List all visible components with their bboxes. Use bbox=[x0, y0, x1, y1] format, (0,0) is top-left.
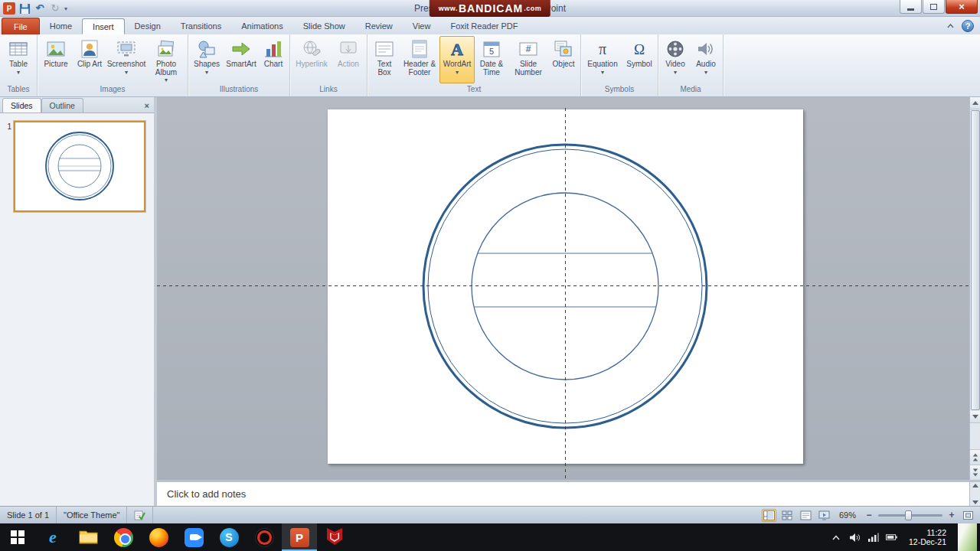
notes-scroll-up-icon[interactable] bbox=[972, 484, 978, 487]
undo-icon[interactable]: ↶ bbox=[34, 2, 46, 15]
table-icon bbox=[8, 39, 28, 60]
taskbar-skype[interactable]: S bbox=[211, 523, 247, 551]
tab-animations[interactable]: Animations bbox=[231, 18, 292, 34]
zoom-app-icon bbox=[185, 528, 204, 547]
notes-placeholder[interactable]: Click to add notes bbox=[157, 488, 246, 500]
scroll-down-icon[interactable] bbox=[970, 411, 980, 423]
start-button[interactable] bbox=[0, 523, 35, 551]
picture-button[interactable]: Picture bbox=[39, 36, 73, 83]
close-button[interactable]: × bbox=[946, 0, 978, 14]
header-footer-button[interactable]: Header & Footer bbox=[400, 36, 439, 83]
audio-button[interactable]: Audio ▾ bbox=[691, 36, 721, 83]
photo-album-button[interactable]: Photo Album ▾ bbox=[146, 36, 186, 83]
video-button[interactable]: Video ▾ bbox=[660, 36, 691, 83]
volume-icon[interactable] bbox=[849, 532, 861, 543]
taskbar-powerpoint[interactable]: P bbox=[282, 523, 317, 551]
tab-insert[interactable]: Insert bbox=[82, 18, 125, 34]
slide-sorter-view-button[interactable] bbox=[780, 509, 795, 522]
zoom-out-button[interactable]: − bbox=[864, 510, 874, 520]
show-desktop-wallpaper-edge[interactable] bbox=[958, 523, 977, 551]
vertical-scrollbar[interactable] bbox=[969, 97, 980, 480]
close-icon: × bbox=[959, 1, 965, 12]
battery-icon[interactable] bbox=[886, 532, 897, 543]
help-icon[interactable]: ? bbox=[962, 20, 974, 32]
save-icon[interactable] bbox=[18, 2, 31, 15]
vertical-guide[interactable] bbox=[565, 108, 566, 480]
taskbar-clock[interactable]: 11:22 12-Dec-21 bbox=[904, 528, 951, 546]
screenshot-button[interactable]: Screenshot ▾ bbox=[106, 36, 146, 83]
chart-button[interactable]: Chart bbox=[259, 36, 288, 83]
taskbar-file-explorer[interactable] bbox=[70, 523, 106, 551]
wordart-icon: A bbox=[447, 39, 467, 60]
hidden-icons-chevron-icon[interactable] bbox=[831, 532, 842, 543]
notes-scroll-down-icon[interactable] bbox=[972, 500, 978, 504]
reading-view-button[interactable] bbox=[799, 509, 813, 522]
minimize-ribbon-icon[interactable] bbox=[944, 20, 957, 32]
tab-review[interactable]: Review bbox=[355, 18, 403, 34]
slide-thumbnail[interactable] bbox=[14, 121, 145, 212]
maximize-icon bbox=[930, 4, 937, 10]
fit-to-window-button[interactable] bbox=[961, 509, 975, 522]
tab-foxit-reader-pdf[interactable]: Foxit Reader PDF bbox=[440, 18, 528, 34]
wordart-button[interactable]: A WordArt ▾ bbox=[439, 36, 475, 83]
scrollbar-thumb[interactable] bbox=[971, 110, 980, 410]
tab-slide-show[interactable]: Slide Show bbox=[293, 18, 355, 34]
notes-scrollbar[interactable] bbox=[969, 482, 980, 506]
svg-text:π: π bbox=[599, 41, 606, 57]
taskbar-zoom[interactable] bbox=[176, 523, 211, 551]
slide-number-button[interactable]: # Slide Number bbox=[508, 36, 548, 83]
notes-pane[interactable]: Click to add notes bbox=[157, 480, 980, 506]
ribbon-empty-space bbox=[724, 34, 980, 96]
symbol-button[interactable]: Ω Symbol bbox=[622, 36, 656, 83]
slide-editing-area[interactable] bbox=[157, 97, 980, 480]
zoom-slider-thumb[interactable] bbox=[905, 510, 912, 520]
windows-logo-icon bbox=[11, 530, 24, 544]
network-icon[interactable] bbox=[867, 532, 879, 543]
taskbar-internet-explorer[interactable]: e bbox=[35, 523, 70, 551]
powerpoint-app-icon[interactable]: P bbox=[3, 2, 15, 15]
clip-art-button[interactable]: Clip Art bbox=[73, 36, 106, 83]
horizontal-guide[interactable] bbox=[157, 285, 969, 286]
close-pane-icon[interactable]: × bbox=[145, 101, 149, 110]
tab-outline[interactable]: Outline bbox=[41, 98, 83, 112]
taskbar: e S P bbox=[0, 523, 980, 551]
taskbar-recorder[interactable] bbox=[247, 523, 282, 551]
group-label-media: Media bbox=[658, 83, 723, 96]
status-bar: Slide 1 of 1 "Office Theme" 69% − bbox=[0, 506, 980, 523]
zoom-slider[interactable] bbox=[878, 514, 942, 517]
redo-icon[interactable]: ↻ bbox=[49, 2, 61, 15]
tab-transitions[interactable]: Transitions bbox=[171, 18, 231, 34]
hyperlink-icon bbox=[302, 39, 322, 60]
minimize-button[interactable] bbox=[900, 0, 922, 14]
maximize-button[interactable] bbox=[923, 0, 945, 14]
date-time-button[interactable]: 5 Date & Time bbox=[475, 36, 508, 83]
tab-home[interactable]: Home bbox=[40, 18, 82, 34]
action-button[interactable]: Action bbox=[332, 36, 365, 83]
text-box-button[interactable]: Text Box bbox=[369, 36, 400, 83]
minimize-icon bbox=[907, 8, 914, 11]
taskbar-mcafee[interactable] bbox=[317, 523, 352, 551]
previous-slide-button[interactable] bbox=[970, 449, 980, 465]
zoom-in-button[interactable]: + bbox=[946, 510, 957, 520]
zoom-level[interactable]: 69% bbox=[835, 510, 860, 520]
scroll-up-icon[interactable] bbox=[970, 97, 980, 109]
taskbar-chrome[interactable] bbox=[106, 523, 141, 551]
equation-button[interactable]: π Equation ▾ bbox=[583, 36, 622, 83]
normal-view-button[interactable] bbox=[762, 509, 776, 522]
tab-slides[interactable]: Slides bbox=[2, 98, 41, 112]
powerpoint-icon: P bbox=[290, 528, 309, 547]
spell-check-status[interactable] bbox=[127, 507, 153, 523]
taskbar-firefox[interactable] bbox=[141, 523, 176, 551]
tab-design[interactable]: Design bbox=[125, 18, 171, 34]
tab-file[interactable]: File bbox=[2, 18, 40, 34]
object-button[interactable]: Object bbox=[548, 36, 579, 83]
shapes-button[interactable]: Shapes ▾ bbox=[190, 36, 224, 83]
ribbon-aux-controls: ? bbox=[944, 20, 980, 34]
slide-show-view-button[interactable] bbox=[817, 509, 831, 522]
smartart-button[interactable]: SmartArt bbox=[224, 36, 259, 83]
next-slide-button[interactable] bbox=[970, 465, 980, 480]
tab-view[interactable]: View bbox=[403, 18, 441, 34]
table-button[interactable]: Table ▾ bbox=[2, 36, 35, 83]
qat-customize-icon[interactable]: ▾ bbox=[64, 5, 67, 12]
hyperlink-button[interactable]: Hyperlink bbox=[292, 36, 332, 83]
